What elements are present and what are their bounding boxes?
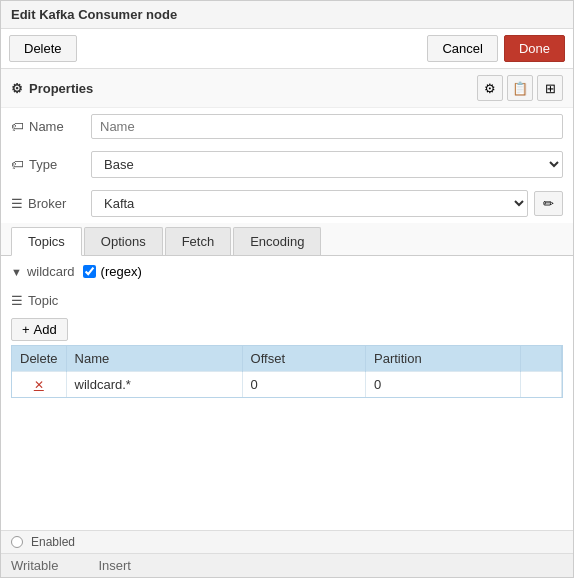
row-extra-cell: [521, 372, 562, 398]
tab-fetch[interactable]: Fetch: [165, 227, 232, 255]
writable-label: Writable: [11, 558, 58, 573]
title-bar: Edit Kafka Consumer node: [1, 1, 573, 29]
toolbar-left: Delete: [9, 35, 77, 62]
col-partition: Partition: [365, 346, 520, 372]
type-select[interactable]: Base: [91, 151, 563, 178]
cancel-button[interactable]: Cancel: [427, 35, 497, 62]
gear-icon: ⚙: [11, 81, 23, 96]
topic-row: ☰ Topic: [1, 287, 573, 314]
delete-button[interactable]: Delete: [9, 35, 77, 62]
regex-checkbox-group: (regex): [83, 264, 142, 279]
broker-select[interactable]: Kafta: [91, 190, 528, 217]
header-icons: ⚙ 📋 ⊞: [477, 75, 563, 101]
row-name-cell[interactable]: wildcard.*: [66, 372, 242, 398]
tag-icon: 🏷: [11, 119, 24, 134]
topics-table: Delete Name Offset Partition ✕ wildcard.…: [12, 346, 562, 397]
topics-table-container: Delete Name Offset Partition ✕ wildcard.…: [11, 345, 563, 398]
name-row: 🏷 Name: [1, 108, 573, 145]
properties-title: Properties: [29, 81, 93, 96]
add-button-container: + Add: [1, 314, 573, 345]
tab-encoding[interactable]: Encoding: [233, 227, 321, 255]
filter-icon: ▼: [11, 266, 22, 278]
name-input[interactable]: [91, 114, 563, 139]
window-title: Edit Kafka Consumer node: [11, 7, 177, 22]
tab-topics[interactable]: Topics: [11, 227, 82, 256]
toolbar-right: Cancel Done: [427, 35, 565, 62]
regex-label: (regex): [101, 264, 142, 279]
broker-row: ☰ Broker Kafta ✏: [1, 184, 573, 223]
plus-icon: +: [22, 322, 30, 337]
table-row: ✕ wildcard.* 0 0: [12, 372, 562, 398]
col-offset: Offset: [242, 346, 365, 372]
list-icon: ☰: [11, 196, 23, 211]
wildcard-row: ▼ wildcard (regex): [1, 256, 573, 287]
col-extra: [521, 346, 562, 372]
properties-header: ⚙ Properties ⚙ 📋 ⊞: [1, 69, 573, 108]
broker-label: ☰ Broker: [11, 196, 91, 211]
file-button[interactable]: 📋: [507, 75, 533, 101]
col-name: Name: [66, 346, 242, 372]
broker-edit-button[interactable]: ✏: [534, 191, 563, 216]
col-delete: Delete: [12, 346, 66, 372]
wildcard-label: ▼ wildcard: [11, 264, 75, 279]
row-partition-cell[interactable]: 0: [365, 372, 520, 398]
status-indicator: [11, 536, 23, 548]
main-window: Edit Kafka Consumer node Delete Cancel D…: [0, 0, 574, 578]
name-label: 🏷 Name: [11, 119, 91, 134]
gear-settings-button[interactable]: ⚙: [477, 75, 503, 101]
bottom-bar: Writable Insert: [1, 553, 573, 577]
properties-title-group: ⚙ Properties: [11, 81, 93, 96]
tab-options[interactable]: Options: [84, 227, 163, 255]
topic-label: ☰ Topic: [11, 293, 58, 308]
add-topic-button[interactable]: + Add: [11, 318, 68, 341]
row-delete-link[interactable]: ✕: [34, 378, 44, 392]
list-icon-topic: ☰: [11, 293, 23, 308]
row-offset-cell[interactable]: 0: [242, 372, 365, 398]
toolbar: Delete Cancel Done: [1, 29, 573, 69]
status-bar: Enabled: [1, 530, 573, 553]
regex-checkbox[interactable]: [83, 265, 96, 278]
grid-button[interactable]: ⊞: [537, 75, 563, 101]
row-delete-cell: ✕: [12, 372, 66, 398]
insert-label: Insert: [98, 558, 131, 573]
tag-icon-type: 🏷: [11, 157, 24, 172]
type-label: 🏷 Type: [11, 157, 91, 172]
add-label: Add: [34, 322, 57, 337]
type-row: 🏷 Type Base: [1, 145, 573, 184]
done-button[interactable]: Done: [504, 35, 565, 62]
table-header-row: Delete Name Offset Partition: [12, 346, 562, 372]
status-label: Enabled: [31, 535, 75, 549]
tabs-bar: Topics Options Fetch Encoding: [1, 223, 573, 256]
